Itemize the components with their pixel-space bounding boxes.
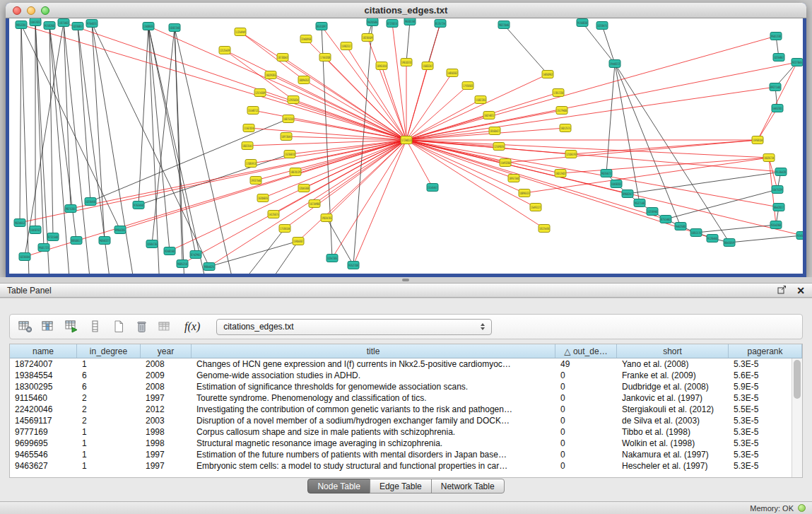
table-row[interactable]: 2242004622012Investigating the contribut… [10, 404, 802, 415]
graph-node[interactable]: 9248160 [164, 247, 175, 255]
graph-node[interactable]: 19610370 [401, 59, 412, 66]
column-header-year[interactable]: year [141, 344, 192, 358]
graph-node[interactable]: 9864025 [204, 263, 215, 271]
table-scrollbar-thumb[interactable] [794, 360, 801, 399]
graph-node[interactable]: 10247365 [326, 255, 338, 262]
graph-node[interactable]: 15236870 [284, 151, 295, 158]
window-zoom-button[interactable] [41, 6, 49, 15]
column-header-name[interactable]: name [10, 344, 77, 358]
graph-node[interactable]: 18670129 [290, 168, 301, 176]
graph-node[interactable]: 11873402 [58, 19, 69, 27]
column-chooser-icon[interactable] [40, 319, 57, 334]
graph-node[interactable]: 16875310 [283, 115, 294, 123]
float-panel-icon[interactable] [777, 284, 787, 297]
graph-node[interactable]: 8723015 [387, 20, 398, 28]
new-document-icon[interactable] [110, 319, 127, 334]
graph-node[interactable]: 15493260 [500, 159, 511, 167]
graph-node[interactable]: 9352708 [348, 262, 359, 269]
table-scrollbar[interactable] [792, 358, 802, 477]
graph-node[interactable]: 9764031 [86, 20, 98, 28]
graph-node[interactable]: 9763450 [133, 201, 144, 209]
graph-node[interactable]: 9056327 [99, 237, 110, 245]
graph-node[interactable]: 10973645 [281, 133, 292, 141]
graph-node[interactable]: 15493127 [530, 204, 541, 211]
graph-node[interactable]: 17085913 [245, 160, 257, 168]
graph-node[interactable]: 12045368 [298, 185, 310, 192]
graph-node[interactable]: 9630158 [404, 18, 416, 25]
graph-node[interactable]: 9156830 [577, 19, 588, 27]
graph-node[interactable]: 10238475 [596, 22, 608, 30]
window-titlebar[interactable]: citations_edges.txt [6, 3, 806, 18]
row-tools-icon[interactable] [87, 319, 104, 334]
graph-node[interactable]: 18160427 [489, 127, 500, 135]
graph-node[interactable]: 12408635 [143, 23, 154, 30]
graph-node[interactable]: 8927140 [770, 83, 781, 91]
graph-node[interactable]: 9827046 [498, 21, 510, 29]
graph-node[interactable]: 10457823 [30, 18, 41, 26]
graph-node[interactable]: 12935024 [288, 96, 299, 104]
graph-node[interactable]: 10853176 [690, 229, 702, 237]
graph-node[interactable]: 10236584 [19, 253, 30, 261]
splitter-grip-icon[interactable] [402, 279, 409, 281]
graph-node[interactable]: 9685210 [177, 260, 188, 268]
graph-node[interactable]: 10236940 [647, 208, 658, 216]
graph-node[interactable]: 8964205 [114, 226, 126, 234]
graph-node[interactable]: 14850362 [447, 69, 458, 77]
table-row[interactable]: 946362711997Embryonic stem cells: a mode… [10, 460, 802, 472]
column-header-out_de[interactable]: △ out_de… [555, 344, 617, 358]
graph-node[interactable]: 18094352 [298, 76, 310, 84]
table-row[interactable]: 1938455462009Genome-wide association stu… [10, 370, 802, 381]
graph-node[interactable]: 10587240 [169, 24, 180, 32]
graph-node[interactable]: 18957340 [508, 175, 519, 182]
graph-node[interactable]: 15958104 [752, 136, 763, 144]
graph-node[interactable]: 8751462 [660, 216, 671, 223]
table-row[interactable]: 977716911998Corpus callosum shape and si… [10, 426, 802, 438]
graph-node[interactable]: 9420586 [367, 18, 378, 26]
graph-node[interactable]: 10475329 [772, 186, 783, 194]
table-row[interactable]: 1830029562008Estimation of significance … [10, 381, 802, 392]
import-table-icon[interactable] [157, 319, 174, 334]
table-options-icon[interactable] [17, 319, 34, 334]
graph-node[interactable]: 15148712 [247, 107, 259, 115]
graph-node[interactable]: 12574309 [254, 89, 266, 97]
graph-node[interactable]: 10236857 [72, 23, 83, 30]
graph-node[interactable]: 9035672 [601, 170, 612, 177]
graph-node[interactable]: 12106193 [565, 151, 577, 158]
graph-node[interactable]: 9501723 [38, 244, 49, 252]
graph-node[interactable]: 17536104 [279, 225, 290, 233]
graph-node[interactable]: 19448372 [609, 60, 620, 68]
graph-node[interactable]: 18125436 [539, 225, 550, 233]
graph-node[interactable]: 9501238 [770, 33, 782, 40]
graph-node[interactable]: 17920583 [462, 82, 473, 90]
graph-node[interactable]: 19337540 [250, 177, 261, 185]
graph-node[interactable]: 18023541 [242, 142, 253, 150]
graph-node[interactable]: 14452301 [772, 105, 783, 112]
window-close-button[interactable] [13, 6, 21, 15]
graph-node[interactable]: 15982317 [341, 42, 352, 50]
graph-node[interactable]: 16206835 [257, 194, 269, 202]
network-canvas[interactable]: 1724013224609581873004216029283125743091… [9, 18, 803, 274]
close-panel-icon[interactable]: ✕ [796, 286, 805, 296]
graph-node[interactable]: 16961010 [376, 62, 387, 70]
graph-node[interactable]: 10458203 [611, 180, 622, 188]
graph-node[interactable]: 16012575 [560, 124, 571, 132]
graph-node[interactable]: 12169035 [493, 143, 505, 151]
graph-node[interactable]: 22460958 [300, 35, 312, 43]
table-row[interactable]: 946554611997Estimation of the future num… [10, 449, 802, 460]
graph-node[interactable]: 8643059 [724, 239, 735, 247]
graph-node[interactable]: 17563208 [319, 54, 331, 62]
graph-node[interactable]: 18236509 [362, 34, 373, 42]
graph-node[interactable]: 16734980 [309, 200, 320, 208]
column-header-short[interactable]: short [617, 344, 729, 358]
graph-node[interactable]: 16012402 [555, 170, 566, 177]
graph-node[interactable]: 9462580 [675, 223, 686, 230]
graph-node[interactable]: 15179406 [556, 107, 567, 115]
panel-splitter[interactable] [0, 277, 812, 283]
graph-node[interactable]: 9853201 [16, 21, 27, 29]
column-header-in_degree[interactable]: in_degree [77, 344, 141, 358]
graph-node[interactable]: 10236458 [85, 198, 96, 206]
graph-node[interactable]: 17857230 [553, 89, 564, 97]
table-row[interactable]: 911546021997Tourette syndrome. Phenomeno… [10, 392, 802, 404]
column-header-title[interactable]: title [192, 344, 555, 358]
graph-node[interactable]: 9024653 [14, 219, 25, 227]
